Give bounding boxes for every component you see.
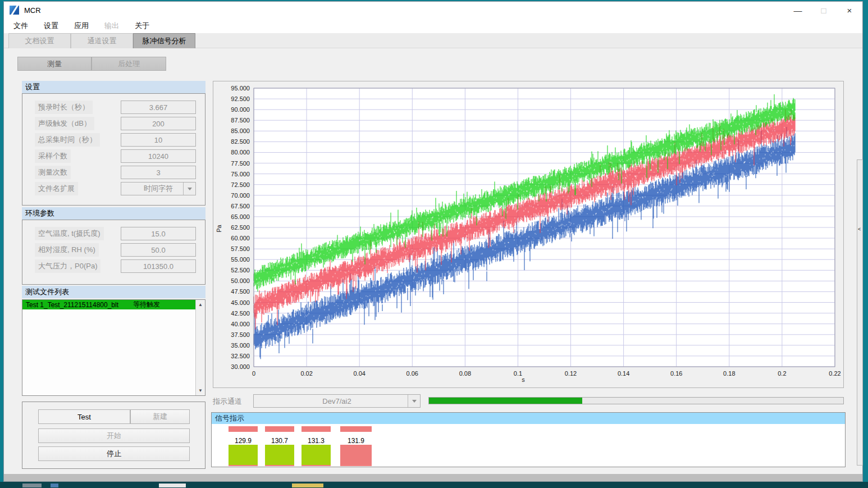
setting-label-0: 预录时长（秒） xyxy=(35,101,93,114)
side-panel-handle[interactable]: < xyxy=(857,159,863,466)
taskbar-icon[interactable] xyxy=(22,484,42,487)
scroll-up-icon[interactable]: ▲ xyxy=(198,300,203,309)
setting-row-0: 预录时长（秒）3.667 xyxy=(22,101,205,114)
y-tick-label: 37.500 xyxy=(231,331,250,338)
y-tick-label: 95.000 xyxy=(231,85,250,92)
setting-value-1: 200 xyxy=(152,120,165,128)
env-label-0: 空气温度, t(摄氏度) xyxy=(35,227,104,240)
measure-button[interactable]: 测量 xyxy=(17,57,92,71)
signal-value: 131.3 xyxy=(301,437,331,445)
signal-peak-bar xyxy=(229,426,258,432)
setting-input-1[interactable]: 200 xyxy=(121,117,196,130)
menu-item-3[interactable]: 输出 xyxy=(97,19,127,33)
settings-group: 预录时长（秒）3.667声级触发（dB）200总采集时间（秒）10采样个数102… xyxy=(22,93,205,206)
signal-level-box xyxy=(229,445,258,466)
signal-value: 130.7 xyxy=(265,437,294,445)
y-tick-label: 40.000 xyxy=(231,321,250,327)
start-button[interactable]: 开始 xyxy=(38,428,190,443)
test-name-button[interactable]: Test xyxy=(38,409,130,424)
taskbar xyxy=(0,482,868,488)
setting-input-2[interactable]: 10 xyxy=(121,133,196,147)
channel-select[interactable]: Dev7/ai2 xyxy=(253,394,421,408)
signal-chart-container: 30.00032.50035.00037.50040.00042.50045.0… xyxy=(213,81,844,388)
y-tick-label: 70.000 xyxy=(231,192,250,199)
setting-input-3[interactable]: 10240 xyxy=(121,149,196,163)
signal-indicator-1: 130.7 xyxy=(265,413,294,468)
y-tick-label: 85.000 xyxy=(231,127,250,134)
y-tick-label: 67.500 xyxy=(231,203,250,209)
test-file-list: Test 1_Test_211215114800_blt等待触发 ▲ ▼ xyxy=(22,299,205,396)
menu-item-1[interactable]: 设置 xyxy=(36,19,66,33)
signal-indicator-0: 129.9 xyxy=(229,413,258,468)
tab-2[interactable]: 脉冲信号分析 xyxy=(133,33,195,48)
tab-1[interactable]: 通道设置 xyxy=(71,33,133,48)
scroll-down-icon[interactable]: ▼ xyxy=(198,386,203,395)
env-input-1[interactable]: 50.0 xyxy=(121,243,196,257)
setting-value-3: 10240 xyxy=(148,152,168,161)
setting-row-1: 声级触发（dB）200 xyxy=(22,117,205,130)
env-row-2: 大气压力，P0(Pa)101350.0 xyxy=(22,259,205,273)
file-name: Test 1_Test_211215114800_blt xyxy=(26,301,118,309)
signal-peak-bar xyxy=(265,426,294,432)
window-controls: — □ × xyxy=(785,2,862,19)
settings-group-title: 设置 xyxy=(22,81,205,93)
y-tick-label: 80.000 xyxy=(231,149,250,156)
setting-label-3: 采样个数 xyxy=(35,149,71,163)
taskbar-icon[interactable] xyxy=(292,484,323,487)
setting-label-2: 总采集时间（秒） xyxy=(35,133,100,147)
channel-select-value: Dev7/ai2 xyxy=(322,397,351,405)
setting-row-3: 采样个数10240 xyxy=(22,149,205,163)
close-button[interactable]: × xyxy=(837,2,862,19)
chevron-down-icon[interactable] xyxy=(183,183,195,195)
y-tick-label: 57.500 xyxy=(231,245,250,252)
post-process-button[interactable]: 后处理 xyxy=(92,57,166,71)
y-tick-label: 35.000 xyxy=(231,342,250,349)
env-input-0[interactable]: 15.0 xyxy=(121,227,196,240)
y-tick-label: 50.000 xyxy=(231,277,250,284)
taskbar-icon[interactable] xyxy=(51,484,58,487)
setting-value-4: 3 xyxy=(156,168,160,177)
x-tick-label: 0.18 xyxy=(723,370,735,377)
y-tick-label: 60.000 xyxy=(231,235,250,241)
setting-select-5[interactable]: 时间字符 xyxy=(121,182,196,195)
y-tick-label: 82.500 xyxy=(231,138,250,145)
setting-input-0[interactable]: 3.667 xyxy=(121,101,196,114)
setting-input-4[interactable]: 3 xyxy=(121,166,196,179)
file-list-item-0[interactable]: Test 1_Test_211215114800_blt等待触发 xyxy=(22,300,197,309)
setting-value-2: 10 xyxy=(154,136,162,144)
title-bar: MCR — □ × xyxy=(4,2,862,19)
menu-item-0[interactable]: 文件 xyxy=(6,19,36,33)
signal-level-box xyxy=(301,445,331,466)
y-tick-label: 47.500 xyxy=(231,288,250,295)
file-status: 等待触发 xyxy=(133,300,160,309)
list-scrollbar[interactable]: ▲ ▼ xyxy=(195,300,205,395)
menu-bar: 文件设置应用输出关于 xyxy=(4,19,862,33)
maximize-button[interactable]: □ xyxy=(811,2,837,19)
env-row-0: 空气温度, t(摄氏度)15.0 xyxy=(22,227,205,240)
tab-0[interactable]: 文档设置 xyxy=(8,33,71,48)
x-tick-label: 0.1 xyxy=(514,370,522,377)
setting-value-5: 时间字符 xyxy=(144,184,173,194)
file-list-title: 测试文件列表 xyxy=(22,286,205,298)
environment-group: 空气温度, t(摄氏度)15.0相对湿度, RH (%)50.0大气压力，P0(… xyxy=(22,220,205,285)
env-input-2[interactable]: 101350.0 xyxy=(121,259,196,273)
minimize-button[interactable]: — xyxy=(785,2,811,19)
menu-item-4[interactable]: 关于 xyxy=(127,19,157,33)
collapse-arrow-icon: < xyxy=(858,226,861,232)
setting-row-2: 总采集时间（秒）10 xyxy=(22,133,205,147)
setting-row-5: 文件名扩展时间字符 xyxy=(22,182,205,195)
new-button[interactable]: 新建 xyxy=(130,409,190,424)
env-label-1: 相对湿度, RH (%) xyxy=(35,243,99,257)
x-tick-label: 0.14 xyxy=(618,370,629,377)
x-tick-label: 0.16 xyxy=(670,370,682,377)
app-window: MCR — □ × 文件设置应用输出关于 文档设置通道设置脉冲信号分析 测量 后… xyxy=(3,1,863,482)
taskbar-icon[interactable] xyxy=(159,484,186,487)
stop-button[interactable]: 停止 xyxy=(38,446,190,461)
window-title: MCR xyxy=(24,6,41,15)
menu-item-2[interactable]: 应用 xyxy=(66,19,97,33)
chevron-down-icon[interactable] xyxy=(408,395,420,407)
env-value-0: 15.0 xyxy=(151,230,165,238)
signal-indicator-panel: 信号指示 129.9130.7131.3131.9 xyxy=(211,412,846,467)
x-tick-label: 0.04 xyxy=(353,370,365,377)
signal-level-box xyxy=(265,445,294,466)
